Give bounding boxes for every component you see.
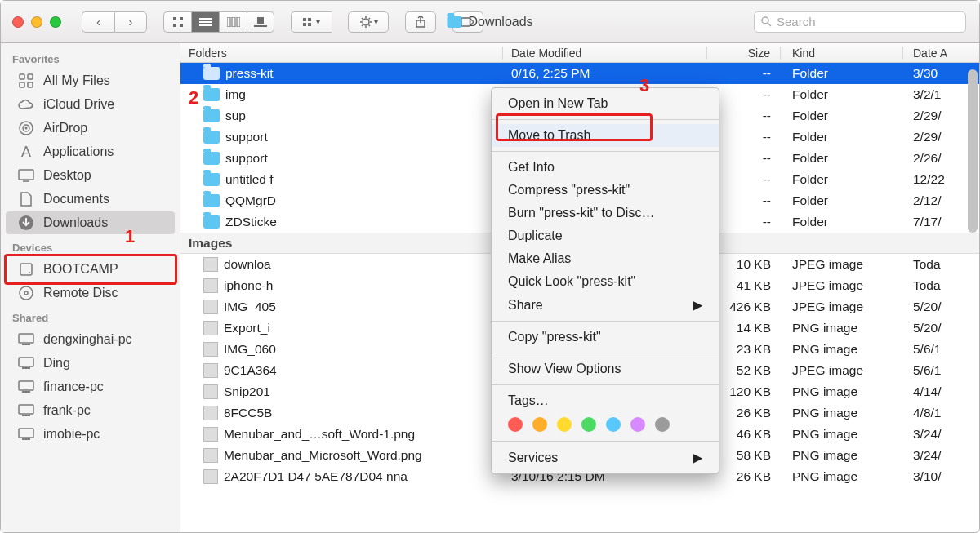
file-row[interactable]: press-kit0/16, 2:25 PM--Folder3/30 xyxy=(180,63,979,84)
file-kind: JPEG image xyxy=(781,300,903,314)
file-icon xyxy=(203,321,218,335)
svg-point-27 xyxy=(762,17,768,24)
sidebar-item-all-my-files[interactable]: All My Files xyxy=(6,69,175,92)
context-menu: Open in New TabMove to TrashGet InfoComp… xyxy=(491,87,719,474)
sidebar-item-imobie-pc[interactable]: imobie-pc xyxy=(6,423,175,446)
svg-rect-2 xyxy=(173,24,176,27)
arrange-button[interactable]: ▾ xyxy=(291,11,332,33)
context-menu-item[interactable]: Move to Trash xyxy=(492,124,719,147)
pc-icon xyxy=(17,402,35,419)
column-view-button[interactable] xyxy=(219,11,247,33)
cloud-icon xyxy=(17,96,35,113)
col-kind[interactable]: Kind xyxy=(781,47,903,60)
icon-view-button[interactable] xyxy=(163,11,191,33)
svg-rect-49 xyxy=(22,391,30,393)
coverflow-view-button[interactable] xyxy=(247,11,274,33)
col-size[interactable]: Size xyxy=(707,47,781,60)
svg-rect-12 xyxy=(303,18,306,21)
tag-color[interactable] xyxy=(581,417,596,432)
context-menu-tags-label: Tags… xyxy=(492,389,719,412)
context-menu-item[interactable]: Make Alias xyxy=(492,247,719,270)
context-menu-item[interactable]: Share▶ xyxy=(492,293,719,317)
download-icon xyxy=(17,215,35,231)
doc-icon xyxy=(17,191,35,207)
svg-rect-52 xyxy=(19,429,33,438)
col-date[interactable]: Date Modified xyxy=(503,47,707,60)
list-view-button[interactable] xyxy=(191,11,219,33)
sidebar-item-applications[interactable]: AApplications xyxy=(6,140,175,163)
pc-icon xyxy=(17,355,35,371)
forward-button[interactable]: › xyxy=(114,11,147,33)
context-menu-item[interactable]: Services▶ xyxy=(492,446,719,469)
sidebar-item-documents[interactable]: Documents xyxy=(6,188,175,211)
svg-rect-3 xyxy=(180,24,183,27)
annotation-number-1: 1 xyxy=(125,226,135,247)
file-name: Menubar_and_…soft_Word-1.png xyxy=(224,427,415,442)
scrollbar[interactable] xyxy=(968,69,978,518)
close-icon[interactable] xyxy=(12,16,24,28)
zoom-icon[interactable] xyxy=(50,16,61,28)
file-name: Snip201 xyxy=(224,384,270,399)
tag-color[interactable] xyxy=(557,417,572,432)
context-menu-item[interactable]: Compress "press-kit" xyxy=(492,179,719,202)
col-name[interactable]: Folders xyxy=(180,47,503,60)
scrollbar-thumb[interactable] xyxy=(968,69,978,233)
pc-icon xyxy=(17,331,35,348)
svg-rect-48 xyxy=(19,381,33,390)
file-list[interactable]: press-kit0/16, 2:25 PM--Folder3/30img/16… xyxy=(180,63,979,532)
file-kind: Folder xyxy=(781,87,903,102)
col-date-added[interactable]: Date A xyxy=(903,47,979,60)
svg-rect-53 xyxy=(22,438,30,440)
sidebar-section-header: Favorites xyxy=(1,47,180,69)
context-menu-item[interactable]: Burn "press-kit" to Disc… xyxy=(492,202,719,224)
svg-rect-8 xyxy=(232,17,235,27)
folder-icon xyxy=(203,215,220,229)
file-size: -- xyxy=(707,66,781,81)
sidebar-item-downloads[interactable]: Downloads xyxy=(6,211,175,234)
tag-color[interactable] xyxy=(655,417,670,432)
pc-icon xyxy=(17,379,35,395)
tag-color[interactable] xyxy=(606,417,621,432)
folder-icon xyxy=(447,16,461,28)
folder-icon xyxy=(203,109,220,122)
annotation-number-2: 2 xyxy=(189,87,198,109)
svg-line-24 xyxy=(368,18,370,20)
search-input[interactable]: Search xyxy=(754,11,966,33)
sidebar-item-remote-disc[interactable]: Remote Disc xyxy=(6,282,175,304)
file-kind: PNG image xyxy=(781,448,903,463)
sidebar-item-label: All My Files xyxy=(43,73,110,88)
context-menu-item[interactable]: Copy "press-kit" xyxy=(492,326,719,349)
sidebar-item-icloud-drive[interactable]: iCloud Drive xyxy=(6,93,175,116)
context-menu-item[interactable]: Quick Look "press-kit" xyxy=(492,270,719,293)
minimize-icon[interactable] xyxy=(31,16,42,28)
sidebar-item-bootcamp[interactable]: BOOTCAMP xyxy=(6,258,175,281)
sidebar-item-desktop[interactable]: Desktop xyxy=(6,164,175,187)
sidebar-item-label: iCloud Drive xyxy=(43,97,114,112)
sidebar-item-airdrop[interactable]: AirDrop xyxy=(6,117,175,140)
back-button[interactable]: ‹ xyxy=(82,11,114,33)
sidebar-item-label: Ding xyxy=(43,356,70,371)
sidebar-item-finance-pc[interactable]: finance-pc xyxy=(6,375,175,398)
context-menu-item[interactable]: Get Info xyxy=(492,156,719,179)
file-icon xyxy=(203,427,218,442)
svg-rect-29 xyxy=(20,74,24,79)
file-kind: JPEG image xyxy=(781,278,903,293)
share-button[interactable] xyxy=(405,11,436,33)
action-button[interactable]: ▾ xyxy=(348,11,389,33)
tag-color[interactable] xyxy=(532,417,547,432)
tag-color[interactable] xyxy=(508,417,523,432)
nav-arrows: ‹ › xyxy=(82,11,147,33)
context-menu-item[interactable]: Duplicate xyxy=(492,224,719,247)
svg-rect-15 xyxy=(308,23,311,26)
context-menu-item[interactable]: Open in New Tab xyxy=(492,92,719,115)
tag-color[interactable] xyxy=(630,417,645,432)
sidebar-item-label: Downloads xyxy=(43,215,108,230)
file-kind: PNG image xyxy=(781,469,903,484)
sidebar-item-dengxinghai-pc[interactable]: dengxinghai-pc xyxy=(6,328,175,351)
context-menu-item[interactable]: Show View Options xyxy=(492,358,719,380)
file-icon xyxy=(203,384,218,399)
svg-rect-50 xyxy=(19,405,33,414)
sidebar-item-ding[interactable]: Ding xyxy=(6,352,175,375)
file-kind: Folder xyxy=(781,109,903,123)
sidebar-item-frank-pc[interactable]: frank-pc xyxy=(6,399,175,422)
